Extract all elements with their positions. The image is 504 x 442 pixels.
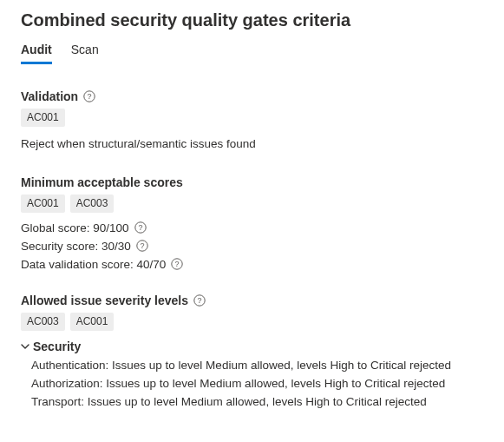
rule-chip: AC003: [21, 313, 65, 331]
rule-chip: AC001: [70, 313, 115, 331]
score-value: Global score: 90/100: [21, 221, 129, 234]
chevron-down-icon: [21, 342, 29, 351]
severity-row: Authentication: Issues up to level Mediu…: [31, 359, 483, 372]
section-validation: Validation AC001 Reject when structural/…: [21, 89, 483, 153]
rule-chip: AC001: [21, 109, 65, 127]
score-value: Data validation score: 40/70: [21, 258, 166, 271]
severity-row: Authorization: Issues up to level Medium…: [31, 377, 483, 390]
severity-group-label: Security: [33, 340, 81, 353]
validation-text: Reject when structural/semantic issues f…: [21, 135, 483, 153]
tab-bar: Audit Scan: [21, 43, 483, 65]
help-icon[interactable]: [134, 221, 147, 234]
severity-group-toggle[interactable]: Security: [21, 340, 483, 353]
help-icon[interactable]: [83, 90, 95, 102]
section-scores: Minimum acceptable scores AC001 AC003 Gl…: [21, 175, 483, 271]
page-title: Combined security quality gates criteria: [21, 10, 483, 30]
score-value: Security score: 30/30: [21, 240, 131, 253]
help-icon[interactable]: [171, 258, 183, 270]
help-icon[interactable]: [136, 240, 148, 252]
scores-heading: Minimum acceptable scores: [21, 175, 183, 189]
tab-audit[interactable]: Audit: [21, 43, 52, 64]
severity-row: Transport: Issues up to level Medium all…: [31, 395, 483, 408]
rule-chip: AC003: [70, 195, 115, 213]
severity-heading: Allowed issue severity levels: [21, 294, 188, 307]
validation-heading: Validation: [21, 89, 78, 103]
tab-scan[interactable]: Scan: [71, 43, 99, 64]
help-icon[interactable]: [193, 294, 206, 307]
rule-chip: AC001: [21, 195, 65, 213]
section-severity: Allowed issue severity levels AC003 AC00…: [21, 294, 483, 408]
